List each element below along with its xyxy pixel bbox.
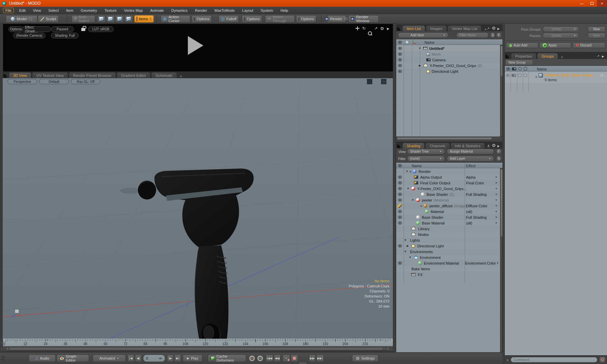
collapse-icon[interactable]: ▼ — [404, 250, 407, 253]
shader-row-final-color-output[interactable]: Final Color Output Final Color▼ — [396, 180, 500, 186]
tab-gradient-editor[interactable]: Gradient Editor — [117, 72, 150, 78]
chevron-down-icon[interactable]: ▼ — [495, 216, 497, 218]
groups-list[interactable]: + Y-Peeler_OXO_Good_Grips (4... 9 Items — [505, 71, 607, 355]
viewport-gear-icon[interactable]: ⚙ — [381, 79, 386, 84]
preview-camera-button[interactable]: (Render Camera) — [13, 33, 46, 38]
preview-lut-button[interactable]: LUT: sRGB — [88, 26, 114, 32]
eye-icon[interactable] — [398, 216, 402, 219]
menu-vertex-map[interactable]: Vertex Map — [120, 8, 147, 13]
viewport-3d[interactable]: Perspective Default Ray GL: Off ↻ ⚙ No I… — [3, 78, 393, 339]
eye-icon[interactable] — [398, 221, 402, 224]
menu-layout[interactable]: Layout — [238, 8, 257, 13]
shader-row-base-shader[interactable]: Base Shader Full Shading▼ — [396, 214, 500, 220]
pass-groups-dropdown[interactable]: (none)▼ — [543, 26, 579, 32]
menu-edit[interactable]: Edit — [16, 8, 29, 13]
collapse-icon[interactable]: ▼ — [418, 47, 421, 50]
materials-mode-button[interactable] — [124, 15, 133, 23]
viewport-rotate-icon[interactable]: ↻ — [367, 79, 372, 84]
eye-icon[interactable] — [398, 193, 402, 196]
set-key-button[interactable]: ✓ — [283, 355, 290, 362]
preview-paused-button[interactable]: Paused — [51, 26, 74, 32]
maximize-button[interactable] — [587, 0, 597, 7]
prev-keyframe-button[interactable]: |◀◀ — [266, 355, 273, 362]
panel-arrow-icon[interactable]: ▶ — [385, 26, 391, 31]
rotate-icon[interactable]: ↻ — [361, 26, 367, 31]
paintbrush-icon[interactable] — [398, 204, 402, 208]
cache-deformers-button[interactable]: Cache Deformers — [208, 355, 246, 362]
goto-first-frame-button[interactable]: |◀ — [127, 355, 134, 362]
eye-icon[interactable] — [506, 74, 510, 77]
panel-arrow-icon[interactable]: ▶ — [496, 143, 501, 149]
frame-spinner-icon[interactable]: ◀▶ — [158, 357, 162, 360]
shader-row-library[interactable]: Library — [396, 226, 500, 232]
shader-row-render[interactable]: ▼+ Render — [396, 169, 500, 174]
collapse-icon[interactable]: ▼ — [406, 170, 408, 173]
panel-corner-icon[interactable] — [397, 144, 401, 148]
shader-row-nodes[interactable]: Nodes — [396, 232, 500, 237]
eye-icon[interactable] — [398, 199, 402, 202]
timeline-range-bar[interactable]: 0 225 ‹ — [3, 346, 393, 351]
filter-dropdown[interactable]: (none)▼ — [407, 156, 445, 161]
menu-file[interactable]: File — [3, 8, 14, 13]
filter-items-input[interactable]: Filter Items — [456, 32, 489, 38]
actor-down-button[interactable]: ▼ — [256, 355, 264, 362]
item-row-directional-light[interactable]: Directional Light — [396, 68, 500, 74]
viewport-canvas[interactable] — [3, 78, 393, 339]
select-through-options-button[interactable]: Options — [296, 15, 316, 23]
expand-icon[interactable]: ↗ — [373, 26, 379, 31]
group-row[interactable]: + Y-Peeler_OXO_Good_Grips (4... 9 Items — [505, 72, 607, 83]
polygons-mode-button[interactable] — [115, 15, 124, 23]
menu-texture[interactable]: Texture — [101, 8, 120, 13]
eye-icon[interactable] — [398, 181, 402, 184]
shader-row-directional-light[interactable]: ▶ Directional Light — [396, 243, 500, 249]
model-button[interactable]: ModelF2 — [6, 15, 37, 23]
item-row-mesh[interactable]: Mesh — [396, 51, 500, 57]
tab-info-statistics[interactable]: Info & Statistics — [451, 143, 485, 149]
shader-row-base-material[interactable]: Base Material (all)▼ — [396, 220, 500, 226]
add-item-dropdown[interactable]: Add Item▼ — [398, 32, 449, 38]
vertices-mode-button[interactable] — [97, 15, 106, 23]
collapse-icon[interactable]: ▼ — [404, 239, 407, 242]
menu-dynamics[interactable]: Dynamics — [168, 8, 191, 13]
action-center-button[interactable]: ⊕Action Center — [161, 15, 190, 23]
falloff-button[interactable]: ◎Falloff — [219, 15, 239, 23]
add-tab-button[interactable]: + — [559, 55, 565, 59]
shader-row-peeler-diffuse[interactable]: + peeler_diffuse(Image) Diffuse Color▼ — [396, 203, 500, 209]
eye-icon[interactable] — [398, 53, 402, 56]
tab-uv-texture-view[interactable]: UV Texture View — [32, 72, 68, 78]
panel-corner-icon[interactable] — [397, 27, 401, 31]
chevron-down-icon[interactable]: ▼ — [495, 193, 497, 195]
next-key-button[interactable]: ▶▶ — [309, 355, 316, 362]
eye-icon[interactable] — [398, 58, 402, 61]
chevron-down-icon[interactable]: ▼ — [495, 176, 497, 178]
chevron-down-icon[interactable]: ▼ — [496, 262, 499, 264]
next-frame-button[interactable]: |▶ — [167, 355, 174, 362]
tab-render-preset-browser[interactable]: Render Preset Browser — [69, 72, 116, 78]
command-input[interactable]: Command — [511, 357, 598, 363]
collapse-icon[interactable]: ▼ — [407, 187, 409, 190]
menu-animate[interactable]: Animate — [146, 8, 167, 13]
tab-3d-view[interactable]: 3D View — [9, 72, 31, 78]
chevron-down-icon[interactable]: ▼ — [495, 205, 497, 207]
menu-view[interactable]: View — [29, 8, 45, 13]
panel-corner-icon[interactable] — [505, 54, 510, 58]
eye-icon[interactable] — [398, 47, 402, 50]
settings-button[interactable]: ⚙Settings — [352, 355, 378, 362]
render-toggle-icon[interactable] — [512, 74, 516, 77]
chevron-down-icon[interactable]: ▼ — [495, 199, 497, 201]
expand-icon[interactable]: ↗ — [486, 143, 491, 148]
panel-splitter[interactable] — [502, 24, 505, 364]
new-pass-group-button[interactable]: New — [588, 26, 605, 32]
falloff-options-button[interactable]: Options — [242, 15, 262, 23]
chevron-down-icon[interactable]: ▼ — [495, 182, 497, 184]
menu-item[interactable]: Item — [62, 8, 77, 13]
shader-row-lights[interactable]: ▼ Lights — [396, 237, 500, 243]
macro-record-button[interactable] — [599, 357, 606, 363]
eye-icon[interactable] — [398, 176, 402, 179]
audio-button[interactable]: ♫Audio — [29, 355, 56, 362]
tab-vertex-map-list[interactable]: Vertex Map List — [447, 25, 482, 31]
filter-button[interactable]: F — [496, 149, 501, 154]
shader-tree-vscrollbar[interactable] — [500, 168, 502, 352]
render-preview[interactable]: Options Effect: (Shadi... Paused LUT: sR… — [3, 24, 393, 71]
bottom-grip[interactable]: ‹ — [1, 356, 4, 361]
